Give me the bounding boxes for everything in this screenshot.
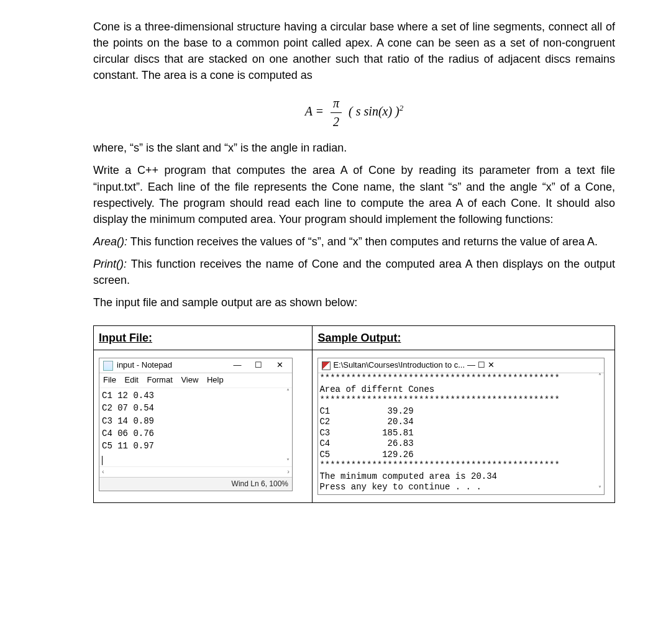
console-window: E:\Sultan\Courses\Introduction to c... —… <box>317 358 605 494</box>
minimize-button[interactable]: — <box>229 360 246 371</box>
menu-format[interactable]: Format <box>147 375 173 384</box>
console-icon <box>322 361 331 370</box>
area-fn-desc: This function receives the values of “s”… <box>127 235 598 248</box>
text-line: C5 11 0.97 <box>102 441 154 451</box>
notepad-statusbar: Wind Ln 6, 100% <box>99 477 292 491</box>
caret-icon <box>102 456 103 465</box>
row-val: 185.81 <box>382 428 413 438</box>
formula-lhs: A = <box>305 104 324 118</box>
sep-line: ****************************************… <box>319 395 559 405</box>
area-fn-paragraph: Area(): This function receives the value… <box>93 234 615 250</box>
minimize-button[interactable]: — <box>467 360 475 371</box>
notepad-window: input - Notepad — ☐ ✕ File Edit Format V… <box>99 358 293 491</box>
row-name: C2 <box>319 417 330 427</box>
notepad-titlebar[interactable]: input - Notepad — ☐ ✕ <box>99 358 292 373</box>
row-val: 39.29 <box>388 406 414 416</box>
fraction-numerator: π <box>331 94 342 113</box>
intro-paragraph: Cone is a three-dimensional structure ha… <box>93 19 615 83</box>
text-line: C4 06 0.76 <box>102 429 154 438</box>
sample-output-cell: E:\Sultan\Courses\Introduction to c... —… <box>313 350 615 502</box>
scroll-down-button[interactable]: ˅ <box>595 486 604 494</box>
sample-output-header: Sample Output: <box>313 326 615 350</box>
console-titlebar[interactable]: E:\Sultan\Courses\Introduction to c... —… <box>318 358 604 373</box>
formula-fraction: π 2 <box>331 94 342 131</box>
menu-help[interactable]: Help <box>207 375 224 384</box>
menu-file[interactable]: File <box>103 375 116 384</box>
print-fn-name: Print(): <box>93 258 127 270</box>
input-file-cell: input - Notepad — ☐ ✕ File Edit Format V… <box>94 350 313 502</box>
close-button[interactable]: ✕ <box>488 360 495 371</box>
formula-rhs-close: ) ) <box>388 104 399 118</box>
print-fn-paragraph: Print(): This function receives the name… <box>93 256 615 288</box>
formula-rhs-open: ( s sin( <box>349 104 382 118</box>
area-fn-name: Area(): <box>93 235 127 248</box>
scroll-up-button[interactable]: ˄ <box>283 388 292 397</box>
row-name: C3 <box>319 428 330 438</box>
text-line: C1 12 0.43 <box>102 391 154 401</box>
scroll-left-button[interactable]: ‹ <box>102 467 104 477</box>
menu-edit[interactable]: Edit <box>125 375 139 384</box>
scroll-up-button[interactable]: ˄ <box>595 373 604 382</box>
formula: A = π 2 ( s sin(x) )2 <box>93 94 615 131</box>
sample-table: Input File: Sample Output: input - Notep… <box>93 325 615 502</box>
row-val: 129.26 <box>382 450 413 460</box>
hscroll[interactable]: ‹› <box>99 466 292 477</box>
maximize-button[interactable]: ☐ <box>478 360 485 371</box>
sep-line: ****************************************… <box>319 373 559 383</box>
text-line: C2 07 0.54 <box>102 403 154 413</box>
console-title: E:\Sultan\Courses\Introduction to c... <box>333 360 465 371</box>
print-fn-desc: This function receives the name of Cone … <box>93 258 615 286</box>
row-name: C4 <box>319 438 330 448</box>
row-name: C1 <box>319 406 330 416</box>
min-line: The minimum computed area is 20.34 <box>319 471 497 481</box>
close-button[interactable]: ✕ <box>271 360 288 371</box>
task-paragraph: Write a C++ program that computes the ar… <box>93 162 615 227</box>
below-paragraph: The input file and sample output are as … <box>93 294 615 311</box>
notepad-title: input - Notepad <box>117 360 225 371</box>
row-val: 20.34 <box>388 417 414 427</box>
fraction-denominator: 2 <box>331 113 342 131</box>
row-name: C5 <box>319 450 330 460</box>
header-line: Area of differnt Cones <box>319 384 434 394</box>
row-val: 26.83 <box>388 438 414 448</box>
console-output: ****************************************… <box>318 373 604 494</box>
text-line: C3 14 0.89 <box>102 416 154 426</box>
maximize-button[interactable]: ☐ <box>250 360 267 371</box>
menu-view[interactable]: View <box>181 375 198 384</box>
where-paragraph: where, “s” is the slant and “x” is the a… <box>93 140 615 156</box>
formula-exp: 2 <box>399 104 404 113</box>
input-file-header: Input File: <box>94 326 313 350</box>
notepad-icon <box>103 361 113 371</box>
notepad-text-area[interactable]: C1 12 0.43 C2 07 0.54 C3 14 0.89 C4 06 0… <box>99 388 292 466</box>
scroll-down-button[interactable]: ˅ <box>283 458 292 466</box>
sep-line: ****************************************… <box>319 460 559 470</box>
press-line: Press any key to continue . . . <box>319 482 481 492</box>
scroll-right-button[interactable]: › <box>287 467 290 477</box>
notepad-menubar: File Edit Format View Help <box>99 373 292 388</box>
